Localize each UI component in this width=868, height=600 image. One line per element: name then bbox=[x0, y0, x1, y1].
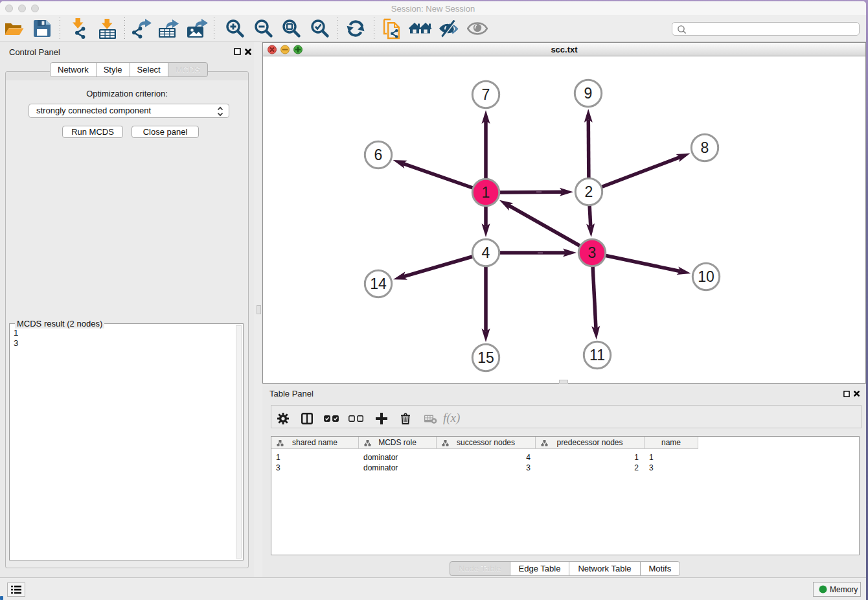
svg-text:7: 7 bbox=[482, 86, 490, 103]
svg-text:8: 8 bbox=[701, 139, 709, 156]
svg-text:3: 3 bbox=[588, 244, 597, 261]
svg-text:4: 4 bbox=[482, 244, 490, 261]
svg-text:2: 2 bbox=[585, 183, 593, 200]
svg-text:14: 14 bbox=[370, 275, 387, 292]
svg-text:10: 10 bbox=[698, 268, 714, 285]
svg-text:6: 6 bbox=[374, 146, 383, 163]
svg-text:11: 11 bbox=[589, 347, 605, 363]
svg-text:1: 1 bbox=[482, 184, 490, 201]
svg-text:9: 9 bbox=[584, 85, 593, 102]
svg-text:15: 15 bbox=[477, 349, 494, 366]
svg-text:f(x): f(x) bbox=[443, 412, 460, 425]
